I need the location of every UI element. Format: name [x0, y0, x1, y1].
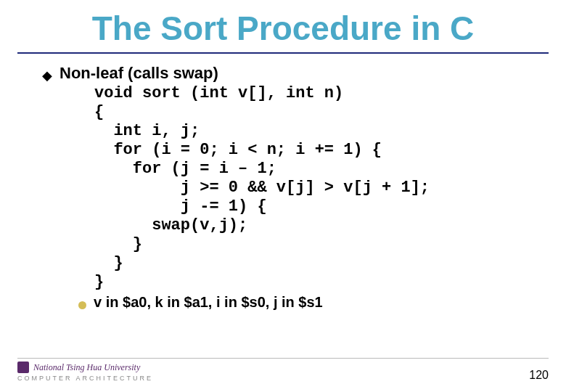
bullet-nonleaf: ◆ Non-leaf (calls swap): [42, 64, 543, 83]
code-line: void sort (int v[], int n): [94, 84, 343, 102]
code-line: for (j = i – 1;: [94, 160, 276, 178]
bullet-text: Non-leaf (calls swap): [60, 64, 218, 83]
code-block: void sort (int v[], int n) { int i, j; f…: [42, 84, 543, 291]
content-area: ◆ Non-leaf (calls swap) void sort (int v…: [17, 54, 549, 311]
slide: The Sort Procedure in C ◆ Non-leaf (call…: [0, 0, 566, 392]
university-logo: National Tsing Hua University: [17, 362, 153, 373]
code-line: j >= 0 && v[j] > v[j + 1];: [94, 179, 430, 197]
sub-bullet-text: v in $a0, k in $a1, i in $s0, j in $s1: [94, 294, 323, 311]
university-name: National Tsing Hua University: [33, 362, 140, 373]
code-line: j -= 1) {: [94, 197, 267, 216]
slide-title: The Sort Procedure in C: [17, 0, 549, 54]
course-label: COMPUTER ARCHITECTURE: [17, 375, 153, 382]
diamond-icon: ◆: [42, 69, 52, 82]
code-line: {: [94, 103, 104, 121]
code-line: swap(v,j);: [94, 216, 247, 234]
code-line: int i, j;: [94, 122, 200, 140]
sub-bullet-registers: v in $a0, k in $a1, i in $s0, j in $s1: [42, 294, 543, 311]
page-number: 120: [529, 369, 549, 382]
code-line: }: [94, 254, 123, 272]
footer-logo-block: National Tsing Hua University COMPUTER A…: [17, 362, 153, 382]
footer: National Tsing Hua University COMPUTER A…: [17, 358, 549, 382]
code-line: }: [94, 235, 142, 253]
university-mark-icon: [17, 362, 29, 373]
disc-icon: [78, 301, 86, 309]
code-line: for (i = 0; i < n; i += 1) {: [94, 141, 382, 159]
code-line: }: [94, 273, 104, 291]
